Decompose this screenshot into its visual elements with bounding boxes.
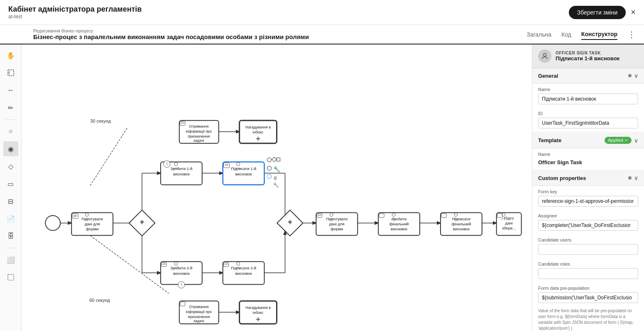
svg-text:дані для: дані для xyxy=(329,222,345,226)
svg-text:дані: дані xyxy=(505,221,513,225)
rp-assignee-label: Assignee xyxy=(538,213,638,218)
svg-text:форми: форми xyxy=(86,227,98,231)
svg-text:фінальний: фінальний xyxy=(389,222,409,226)
rp-candidate-users-label: Candidate users xyxy=(538,237,638,242)
svg-text:Нагадування в: Нагадування в xyxy=(245,306,271,310)
svg-text:Підготувати: Підготувати xyxy=(326,217,348,221)
rp-task-type: OFFICER SIGN TASK xyxy=(556,51,620,55)
rp-template-title: Template xyxy=(538,137,561,143)
svg-text:30 секунд: 30 секунд xyxy=(90,118,111,123)
rp-name-input[interactable] xyxy=(538,94,638,104)
rp-custom-chevron: ∨ xyxy=(634,175,638,181)
svg-text:Підписати 2-й: Підписати 2-й xyxy=(231,266,256,270)
toolbar-separator-1 xyxy=(5,119,17,120)
svg-text:Отримання: Отримання xyxy=(189,124,208,128)
dotted-tool[interactable] xyxy=(3,270,18,285)
sub-header-left: Редагування бізнес-процесу Бізнес-процес… xyxy=(33,28,309,40)
doc-tool[interactable]: 📄 xyxy=(3,211,18,226)
db-tool[interactable]: 🗄 xyxy=(3,229,18,244)
bpmn-canvas: 30 секунд 60 секунд xyxy=(22,44,532,331)
svg-text:фінальний: фінальний xyxy=(452,222,471,226)
circle-tool[interactable]: ○ xyxy=(3,124,18,139)
header-right: Зберегти зміни × xyxy=(569,6,636,19)
left-toolbar: ✋ ↔ ✏ ○ ◉ ◇ ▭ ⊟ 📄 🗄 ⬜ xyxy=(0,44,22,331)
rp-template-section: Template Applied ✓ ∨ Name Officer Sign T… xyxy=(532,133,644,170)
svg-rect-49 xyxy=(272,157,277,162)
save-button[interactable]: Зберегти зміни xyxy=(569,6,626,19)
rp-applied-badge[interactable]: Applied ✓ xyxy=(605,137,632,144)
rp-candidate-roles-input[interactable] xyxy=(538,268,638,279)
rp-general-dot xyxy=(628,74,632,77)
rp-custom-header[interactable]: Custom properties ∨ xyxy=(532,170,644,186)
svg-text:задачі: задачі xyxy=(193,138,204,143)
svg-text:Підписати 1-й: Підписати 1-й xyxy=(231,166,256,171)
rp-task-header: OFFICER SIGN TASK Підписати 1-й висновок xyxy=(532,44,644,68)
svg-text:висновок: висновок xyxy=(235,271,252,276)
svg-text:висновок: висновок xyxy=(173,172,190,176)
svg-text:Підписати: Підписати xyxy=(452,217,470,221)
tab-constructor[interactable]: Конструктор xyxy=(581,29,617,40)
rp-assignee-input[interactable] xyxy=(538,220,638,231)
rp-template-right: Applied ✓ ∨ xyxy=(605,137,638,144)
hand-tool[interactable]: ✋ xyxy=(3,48,18,63)
tab-general[interactable]: Загальна xyxy=(526,30,551,39)
rp-template-chevron: ∨ xyxy=(634,137,638,144)
rp-form-data-input[interactable] xyxy=(538,292,638,303)
svg-point-51 xyxy=(267,166,272,170)
close-button[interactable]: × xyxy=(631,7,636,17)
svg-rect-2 xyxy=(8,274,14,280)
space-tool[interactable]: ↔ xyxy=(3,83,18,98)
rp-name-field: Name xyxy=(532,84,644,108)
svg-text:+: + xyxy=(288,218,292,226)
rp-general-header[interactable]: General ∨ xyxy=(532,68,644,84)
svg-text:інбокс: інбокс xyxy=(253,130,264,134)
header: Кабінет адміністратора регламентів at-te… xyxy=(0,0,644,25)
sub-header-tabs: Загальна Код Конструктор ⋮ xyxy=(526,29,636,40)
tab-code[interactable]: Код xyxy=(561,30,571,39)
lasso-tool[interactable] xyxy=(3,65,18,80)
rp-candidate-users-field: Candidate users xyxy=(532,234,644,258)
rp-form-key-input[interactable] xyxy=(538,196,638,207)
app-subtitle: at-test xyxy=(8,14,142,20)
rp-id-input[interactable] xyxy=(538,118,638,128)
rp-name-label: Name xyxy=(538,87,638,92)
svg-text:форми: форми xyxy=(331,227,343,231)
process-title: Бізнес-процес з паралельним виконанням з… xyxy=(33,33,309,40)
svg-text:висновок: висновок xyxy=(173,271,190,276)
main-layout: ✋ ↔ ✏ ○ ◉ ◇ ▭ ⊟ 📄 🗄 ⬜ 30 секунд xyxy=(0,44,644,331)
svg-text:🔧: 🔧 xyxy=(273,166,281,173)
svg-text:Нагадування в: Нагадування в xyxy=(245,125,271,129)
rect-tool[interactable]: ▭ xyxy=(3,176,18,191)
more-button[interactable]: ⋮ xyxy=(627,30,636,39)
sub-header: Редагування бізнес-процесу Бізнес-процес… xyxy=(0,25,644,44)
svg-text:Зробити 2-й: Зробити 2-й xyxy=(170,266,192,270)
svg-text:Зробити: Зробити xyxy=(392,217,407,221)
svg-text:інбокс: інбокс xyxy=(253,311,264,315)
circle-bold-tool[interactable]: ◉ xyxy=(3,141,18,156)
svg-rect-0 xyxy=(8,70,14,76)
breadcrumb: Редагування бізнес-процесу xyxy=(33,28,309,33)
rp-task-icon xyxy=(538,49,551,63)
svg-line-3 xyxy=(90,128,127,186)
rp-template-name-label: Name xyxy=(538,152,638,157)
frame-tool[interactable]: ⬜ xyxy=(3,252,18,267)
svg-text:Отримання: Отримання xyxy=(189,305,208,309)
rp-custom-section: Custom properties ∨ Form key Assignee Ca… xyxy=(532,170,644,331)
rp-template-header[interactable]: Template Applied ✓ ∨ xyxy=(532,133,644,148)
connect-tool[interactable]: ✏ xyxy=(3,100,18,115)
svg-text:призначення: призначення xyxy=(188,134,210,138)
svg-text:призначення: призначення xyxy=(188,315,210,319)
diamond-tool[interactable]: ◇ xyxy=(3,159,18,174)
svg-text:інформації про: інформації про xyxy=(186,310,212,314)
svg-point-52 xyxy=(267,175,272,179)
right-panel: OFFICER SIGN TASK Підписати 1-й висновок… xyxy=(532,44,644,331)
rp-form-data-hint: Value of the form data that will be pre-… xyxy=(532,306,644,331)
rect-minus-tool[interactable]: ⊟ xyxy=(3,194,18,209)
svg-point-128 xyxy=(544,54,546,57)
svg-text:задачі: задачі xyxy=(193,319,204,323)
rp-general-title: General xyxy=(538,73,558,79)
rp-form-key-field: Form key xyxy=(532,186,644,210)
canvas-area[interactable]: 30 секунд 60 секунд xyxy=(22,44,532,331)
rp-candidate-users-input[interactable] xyxy=(538,244,638,255)
rp-custom-actions: ∨ xyxy=(628,175,638,181)
